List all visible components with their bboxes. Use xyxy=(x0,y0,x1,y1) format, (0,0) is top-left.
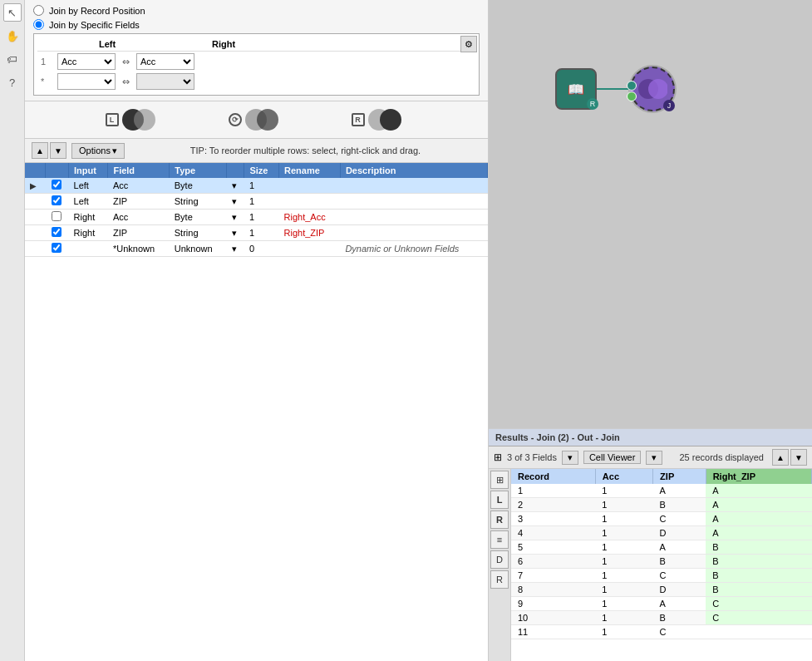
row-checkbox-cell[interactable] xyxy=(45,225,69,241)
table-row: ▶LeftAccByte▾1 xyxy=(25,178,488,194)
results-header: Results - Join (2) - Out - Join xyxy=(489,429,812,446)
results-header-row: Record Acc ZIP Right_ZIP xyxy=(511,469,812,484)
result-acc: 1 xyxy=(595,555,652,569)
result-acc: 1 xyxy=(595,611,652,625)
result-zip: B xyxy=(653,611,706,625)
fields-count: 3 of 3 Fields xyxy=(507,452,557,462)
row-size: 0 xyxy=(244,241,279,257)
result-record: 3 xyxy=(511,512,595,526)
row-rename xyxy=(279,178,341,194)
row-checkbox-cell[interactable] xyxy=(45,178,69,194)
radio-position-label[interactable]: Join by Record Position xyxy=(49,6,145,16)
th-field: Field xyxy=(108,163,170,178)
col-right-zip: Right_ZIP xyxy=(706,469,811,484)
settings-button[interactable]: ⚙ xyxy=(460,36,477,52)
results-right-icon[interactable]: R xyxy=(490,511,509,529)
input-node[interactable]: 📖 R xyxy=(555,68,597,110)
row-description xyxy=(340,225,487,241)
left-join-type[interactable]: L xyxy=(106,108,162,131)
row-checkbox[interactable] xyxy=(52,211,62,221)
row-type-dropdown[interactable]: ▾ xyxy=(227,178,244,194)
results-table-container: Record Acc ZIP Right_ZIP 11AA21BA31CA41D… xyxy=(511,469,812,661)
cell-viewer-button[interactable]: Cell Viewer xyxy=(583,451,641,464)
options-button[interactable]: Options ▾ xyxy=(71,143,125,159)
result-right_zip: A xyxy=(706,498,811,512)
inner-join-type[interactable]: ⟳ xyxy=(229,108,285,131)
nav-up-button[interactable]: ▲ xyxy=(772,449,789,466)
join-types-row: L ⟳ R xyxy=(25,101,488,139)
radio-fields-label[interactable]: Join by Specific Fields xyxy=(49,20,140,30)
result-zip: C xyxy=(653,625,706,639)
row-checkbox[interactable] xyxy=(52,243,62,253)
field-row-1: 1 Acc ⇔ Acc xyxy=(37,52,475,72)
row-checkbox-cell[interactable] xyxy=(45,194,69,210)
row-type-dropdown[interactable]: ▾ xyxy=(227,241,244,257)
result-right_zip: C xyxy=(706,597,811,611)
row-checkbox-cell[interactable] xyxy=(45,210,69,225)
result-record: 6 xyxy=(511,555,595,569)
row-checkbox-cell[interactable] xyxy=(45,241,69,257)
results-list-icon[interactable]: ≡ xyxy=(490,530,509,549)
row-rename xyxy=(279,241,341,257)
hand-icon[interactable]: ✋ xyxy=(3,27,22,45)
right-field-select-1[interactable]: Acc xyxy=(136,53,194,70)
move-down-button[interactable]: ▼ xyxy=(50,142,66,159)
row-type-dropdown[interactable]: ▾ xyxy=(227,210,244,225)
right-field-select-star[interactable] xyxy=(136,73,194,90)
result-record: 9 xyxy=(511,597,595,611)
fields-table: Input Field Type Size Rename Description… xyxy=(25,163,488,257)
row-checkbox[interactable] xyxy=(52,180,62,190)
row-field: ZIP xyxy=(108,225,170,241)
left-join-indicator: L xyxy=(106,113,119,126)
row-description xyxy=(340,178,487,194)
result-record: 7 xyxy=(511,569,595,583)
th-arrow xyxy=(25,163,45,178)
th-description: Description xyxy=(340,163,487,178)
tag-icon[interactable]: 🏷 xyxy=(3,50,22,68)
node-container: 📖 R J xyxy=(555,67,675,111)
left-field-select-star[interactable] xyxy=(57,73,116,90)
nav-down-button[interactable]: ▼ xyxy=(790,449,807,466)
input-node-label: R xyxy=(587,98,598,110)
join-node[interactable]: J xyxy=(630,67,675,111)
fields-table-container: Input Field Type Size Rename Description… xyxy=(25,163,488,661)
move-up-button[interactable]: ▲ xyxy=(32,142,48,159)
table-row: RightZIPString▾1Right_ZIP xyxy=(25,225,488,241)
results-sidebar: ⊞ L R ≡ D R xyxy=(489,469,511,661)
row-type-dropdown[interactable]: ▾ xyxy=(227,225,244,241)
cell-viewer-dropdown[interactable]: ▾ xyxy=(646,451,662,465)
table-row: *UnknownUnknown▾0Dynamic or Unknown Fiel… xyxy=(25,241,488,257)
results-toolbar: ⊞ 3 of 3 Fields ▾ Cell Viewer ▾ 25 recor… xyxy=(489,446,812,469)
result-zip: D xyxy=(653,583,706,597)
row-checkbox[interactable] xyxy=(52,227,62,237)
result-row: 61BB xyxy=(511,555,812,569)
result-right_zip: B xyxy=(706,569,811,583)
row-arrow-cell xyxy=(25,241,45,257)
row-type-dropdown[interactable]: ▾ xyxy=(227,194,244,210)
radio-fields-group: Join by Specific Fields xyxy=(33,19,480,30)
left-field-select-1[interactable]: Acc xyxy=(57,53,116,70)
row-type: String xyxy=(170,225,227,241)
result-acc: 1 xyxy=(595,526,652,540)
results-filter-icon[interactable]: R xyxy=(490,570,509,589)
result-acc: 1 xyxy=(595,569,652,583)
question-icon[interactable]: ? xyxy=(3,73,22,91)
fields-count-dropdown[interactable]: ▾ xyxy=(562,451,578,465)
results-join-icon[interactable]: D xyxy=(490,550,509,569)
th-rename: Rename xyxy=(279,163,341,178)
table-grid-icon: ⊞ xyxy=(494,451,502,463)
result-zip: C xyxy=(653,512,706,526)
join-config-panel: Join by Record Position Join by Specific… xyxy=(25,0,488,101)
result-record: 2 xyxy=(511,498,595,512)
radio-record-position[interactable] xyxy=(33,5,44,16)
row-checkbox[interactable] xyxy=(52,195,62,205)
right-join-type[interactable]: R xyxy=(352,108,408,131)
table-icon-btn[interactable]: ⊞ xyxy=(494,451,502,463)
radio-specific-fields[interactable] xyxy=(33,19,44,30)
th-type-arrow xyxy=(227,163,244,178)
row-arrow-cell xyxy=(25,210,45,225)
results-left-icon[interactable]: L xyxy=(490,491,509,509)
cursor-icon[interactable]: ↖ xyxy=(3,3,22,22)
results-table-icon[interactable]: ⊞ xyxy=(490,471,509,489)
canvas-area[interactable]: 📖 R J xyxy=(489,0,812,428)
